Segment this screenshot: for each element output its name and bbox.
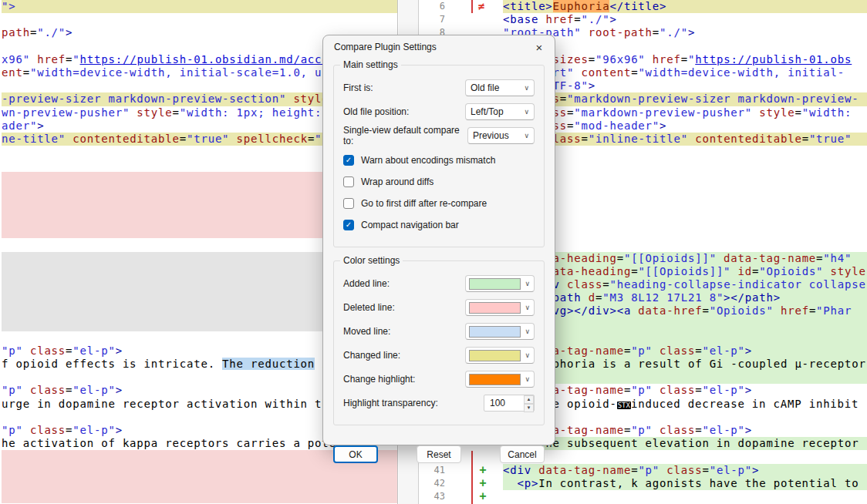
code-line: <div data-tag-name="p" class="el-p"> [503,464,867,477]
dialog-titlebar[interactable]: Compare Plugin Settings × [323,35,555,59]
code-line: /div> [503,371,867,384]
reset-button[interactable]: Reset [417,445,461,463]
line-number: 43 [419,490,451,503]
color-swatch [469,278,521,290]
compact-navigation-bar-checkbox[interactable]: ✓ Compact navigation bar [343,219,535,230]
changed-line-color-select[interactable]: ∨ [465,347,535,364]
chevron-down-icon: ∨ [525,375,530,383]
main-settings-group: Main settings First is: Old file ∨ Old f… [333,65,545,247]
first-is-row: First is: Old file ∨ [343,79,535,96]
code-line: <base href="./"> [503,13,867,26]
added-line-color-select[interactable]: ∨ [465,275,535,292]
diff-added-icon: + [477,490,489,503]
code-line: <div class="inline-title" contenteditabl… [503,133,867,146]
chevron-down-icon: ∨ [525,328,530,335]
diff-added-icon: + [477,464,489,477]
code-line: "root-path" root-path="./"> [503,26,867,39]
checkbox-label: Compact navigation bar [361,220,459,230]
ok-button[interactable]: OK [333,445,378,463]
chevron-down-icon: ∨ [525,280,530,287]
compare-plugin-settings-dialog: Compare Plugin Settings × Main settings … [322,35,555,445]
spinner: ▲ ▼ [524,395,534,411]
line-number: 42 [419,477,451,490]
checkbox-box[interactable] [343,198,354,209]
code-line: </svg></div><a data-href="Opioids" href=… [503,304,867,318]
single-view-compare-label: Single-view default compare to: [343,125,467,146]
code-line [2,477,397,490]
old-file-position-label: Old file position: [343,106,409,117]
highlight-transparency-value[interactable]: 100 [484,395,524,411]
color-swatch [469,350,521,361]
moved-line-label: Moved line: [343,326,390,337]
highlight-transparency-input[interactable]: 100 ▲ ▼ [484,395,535,412]
single-view-compare-value: Previous [473,130,509,141]
code-line: <title>Euphoria</title> [503,0,867,13]
spin-up-button[interactable]: ▲ [524,395,534,404]
deleted-line-color-select[interactable]: ∨ [465,299,535,316]
code-line: "viewport" content="width=device-width, … [503,66,867,79]
code-line: /div> [503,411,867,424]
checkbox-box[interactable]: ✓ [343,220,354,230]
code-line [503,490,867,503]
checkbox-label: Go to first diff after re-compare [361,198,487,209]
moved-line-row: Moved line: ∨ [343,323,535,340]
highlight-transparency-row: Highlight transparency: 100 ▲ ▼ [343,395,535,412]
changed-line-label: Changed line: [343,350,400,361]
code-line: <p>In contrast, k agonists have the pote… [503,477,867,490]
dialog-button-row: OK Reset Cancel [333,445,545,463]
color-swatch [469,326,521,338]
code-line: div class="markdown-preview-pusher" styl… [503,106,867,119]
close-icon[interactable]: × [531,41,547,54]
old-file-position-select[interactable]: Left/Top ∨ [465,103,535,120]
deleted-line-row: Deleted line: ∨ [343,299,535,316]
code-line: div class="mod-header"> [503,119,867,133]
code-line: <p>The opioid-STXinduced decrease in cAM… [503,398,867,411]
code-line: div data-tag-name="p" class="el-p"> [503,424,867,437]
code-line: rset="UTF-8"> [503,79,867,92]
spin-down-button[interactable]: ▼ [524,404,534,412]
code-line: /div> [503,331,867,344]
highlight-transparency-label: Highlight transparency: [343,398,438,408]
line-number: 41 [419,464,451,477]
checkbox-box[interactable] [343,176,354,187]
code-line [503,159,867,172]
code-line: div data-heading="[[Opioids]]" data-tag-… [503,252,867,265]
code-line: <p>Euphoria is a result of Gi -coupled μ… [503,358,867,371]
wrap-around-diffs-checkbox[interactable]: Wrap around diffs [343,176,535,187]
diff-nav-line [471,0,473,13]
checkbox-box[interactable]: ✓ [343,155,354,166]
moved-line-color-select[interactable]: ∨ [465,323,535,340]
code-line [503,212,867,225]
first-is-value: Old file [471,82,499,93]
diff-added-icon: + [477,477,489,490]
first-is-select[interactable]: Old file ∨ [465,79,535,96]
code-line [503,172,867,185]
line-number: 6 [419,0,451,13]
code-line: /div> [503,450,867,463]
deleted-line-label: Deleted line: [343,302,395,313]
code-line: <p>The subsequent elevation in dopamine … [503,437,867,450]
dialog-title: Compare Plugin Settings [334,42,531,52]
code-line: <path d="M3 8L12 17L21 8"></path> [503,291,867,304]
code-line [503,40,867,53]
cancel-button[interactable]: Cancel [500,445,545,463]
change-highlight-color-select[interactable]: ∨ [465,371,535,388]
changed-line-row: Changed line: ∨ [343,347,535,364]
code-line: iv class="markdown-preview-sizer markdow… [503,92,867,106]
warn-encodings-checkbox[interactable]: ✓ Warn about encodings mismatch [343,154,535,166]
color-settings-group: Color settings Added line: ∨ Deleted lin… [333,260,545,425]
chevron-down-icon: ∨ [525,351,530,359]
chevron-down-icon: ∨ [524,84,529,92]
first-is-label: First is: [343,82,373,93]
code-line [2,13,397,26]
single-view-compare-select[interactable]: Previous ∨ [467,127,535,144]
go-to-first-diff-checkbox[interactable]: Go to first diff after re-compare [343,197,535,209]
code-line: div data-tag-name="p" class="el-p"> [503,384,867,397]
chevron-down-icon: ∨ [524,108,529,116]
color-swatch [469,302,521,314]
checkbox-label: Warn about encodings mismatch [361,155,495,166]
code-line: "> [2,0,397,13]
single-view-compare-row: Single-view default compare to: Previous… [343,127,535,144]
compare-editor-screen: ">path="./">x96" href="https://publish-0… [0,0,867,504]
main-settings-legend: Main settings [340,59,401,70]
